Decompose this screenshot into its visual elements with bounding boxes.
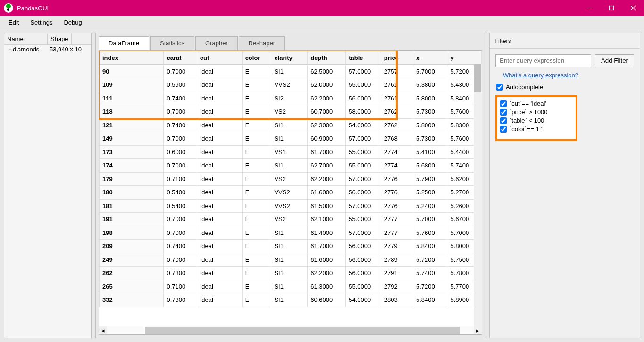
cell[interactable]: 198 [100, 226, 164, 240]
cell[interactable]: 2768 [381, 132, 413, 146]
horizontal-scrollbar[interactable]: ◂ ▸ [99, 326, 482, 334]
cell[interactable]: 5.2500 [413, 186, 447, 200]
filter-expression-input[interactable] [495, 54, 591, 67]
cell[interactable]: 62.2000 [308, 92, 346, 105]
cell[interactable]: Ideal [197, 213, 242, 226]
filter-item[interactable]: `cut`== 'Ideal' [500, 100, 573, 107]
cell[interactable]: E [242, 240, 271, 253]
cell[interactable]: 0.7000 [164, 253, 197, 267]
cell[interactable]: Ideal [197, 267, 242, 280]
cell[interactable]: 0.7100 [164, 280, 197, 293]
cell[interactable]: 61.7000 [308, 240, 346, 253]
cell[interactable]: 5.7000 [413, 213, 447, 226]
cell[interactable]: 62.2000 [308, 172, 346, 186]
cell[interactable]: SI1 [271, 280, 308, 293]
cell[interactable]: 118 [100, 105, 164, 119]
cell[interactable]: 0.5900 [164, 78, 197, 92]
cell[interactable]: 0.7400 [164, 92, 197, 105]
filter-item[interactable]: `table` < 100 [500, 117, 573, 124]
filter-checkbox[interactable] [500, 126, 507, 133]
cell[interactable]: E [242, 172, 271, 186]
cell[interactable]: 2777 [381, 213, 413, 226]
table-row[interactable]: 1490.7000IdealESI160.900057.000027685.73… [100, 132, 482, 146]
cell[interactable]: 61.4000 [308, 226, 346, 240]
column-header-x[interactable]: x [413, 51, 447, 65]
cell[interactable]: 2762 [381, 105, 413, 119]
cell[interactable]: 90 [100, 65, 164, 78]
cell[interactable]: 55.0000 [346, 159, 381, 173]
cell[interactable]: VS2 [271, 105, 308, 119]
cell[interactable]: 61.6000 [308, 253, 346, 267]
cell[interactable]: SI1 [271, 267, 308, 280]
cell[interactable]: 5.2400 [413, 199, 447, 213]
cell[interactable]: 332 [100, 293, 164, 307]
cell[interactable]: 0.7000 [164, 65, 197, 78]
cell[interactable]: VVS2 [271, 199, 308, 213]
cell[interactable]: E [242, 253, 271, 267]
table-row[interactable]: 1110.7400IdealESI262.200056.000027615.80… [100, 92, 482, 105]
table-row[interactable]: 1740.7000IdealESI162.700055.000027745.68… [100, 159, 482, 173]
cell[interactable]: 2779 [381, 240, 413, 253]
cell[interactable]: E [242, 159, 271, 173]
column-header-clarity[interactable]: clarity [271, 51, 308, 65]
tab-reshaper[interactable]: Reshaper [239, 36, 285, 50]
cell[interactable]: Ideal [197, 293, 242, 307]
cell[interactable]: 0.5400 [164, 186, 197, 200]
cell[interactable]: VVS2 [271, 186, 308, 200]
cell[interactable]: E [242, 132, 271, 146]
cell[interactable]: 109 [100, 78, 164, 92]
cell[interactable]: SI1 [271, 132, 308, 146]
cell[interactable]: 265 [100, 280, 164, 293]
cell[interactable]: 0.7300 [164, 293, 197, 307]
cell[interactable]: 56.0000 [346, 267, 381, 280]
cell[interactable]: 174 [100, 159, 164, 173]
cell[interactable]: E [242, 118, 271, 132]
filter-checkbox[interactable] [500, 100, 507, 107]
cell[interactable]: E [242, 226, 271, 240]
cell[interactable]: E [242, 293, 271, 307]
cell[interactable]: E [242, 105, 271, 119]
cell[interactable]: 2792 [381, 280, 413, 293]
cell[interactable]: 58.0000 [346, 105, 381, 119]
cell[interactable]: 54.0000 [346, 118, 381, 132]
cell[interactable]: 2791 [381, 267, 413, 280]
cell[interactable]: 5.3800 [413, 78, 447, 92]
cell[interactable]: 2776 [381, 172, 413, 186]
cell[interactable]: 57.0000 [346, 172, 381, 186]
cell[interactable]: 60.9000 [308, 132, 346, 146]
menu-settings[interactable]: Settings [25, 17, 58, 28]
cell[interactable]: 5.8400 [413, 293, 447, 307]
cell[interactable]: SI1 [271, 293, 308, 307]
cell[interactable]: Ideal [197, 226, 242, 240]
cell[interactable]: 56.0000 [346, 240, 381, 253]
table-row[interactable]: 1790.7100IdealEVS262.200057.000027765.79… [100, 172, 482, 186]
cell[interactable]: 0.7000 [164, 213, 197, 226]
filter-checkbox[interactable] [500, 117, 507, 124]
cell[interactable]: 2803 [381, 293, 413, 307]
cell[interactable]: 5.7900 [413, 172, 447, 186]
cell[interactable]: 57.0000 [346, 65, 381, 78]
cell[interactable]: E [242, 280, 271, 293]
cell[interactable]: Ideal [197, 92, 242, 105]
cell[interactable]: 62.7000 [308, 159, 346, 173]
datagrid-scroll[interactable]: indexcaratcutcolorclaritydepthtableprice… [99, 51, 482, 326]
cell[interactable]: 5.7300 [413, 132, 447, 146]
cell[interactable]: 60.7000 [308, 105, 346, 119]
cell[interactable]: Ideal [197, 240, 242, 253]
cell[interactable]: 0.7000 [164, 159, 197, 173]
menu-edit[interactable]: Edit [3, 17, 25, 28]
cell[interactable]: 0.7400 [164, 118, 197, 132]
tree-item[interactable]: diamonds53,940 x 10 [4, 45, 91, 54]
table-row[interactable]: 1090.5900IdealEVVS262.000055.000027615.3… [100, 78, 482, 92]
cell[interactable]: Ideal [197, 132, 242, 146]
cell[interactable]: 55.0000 [346, 280, 381, 293]
cell[interactable]: 5.7300 [413, 105, 447, 119]
cell[interactable]: Ideal [197, 105, 242, 119]
cell[interactable]: E [242, 186, 271, 200]
table-row[interactable]: 1910.7000IdealEVS262.100055.000027775.70… [100, 213, 482, 226]
cell[interactable]: 0.7400 [164, 240, 197, 253]
cell[interactable]: 249 [100, 253, 164, 267]
column-header-price[interactable]: price [381, 51, 413, 65]
cell[interactable]: Ideal [197, 65, 242, 78]
scroll-left-icon[interactable]: ◂ [99, 326, 107, 334]
